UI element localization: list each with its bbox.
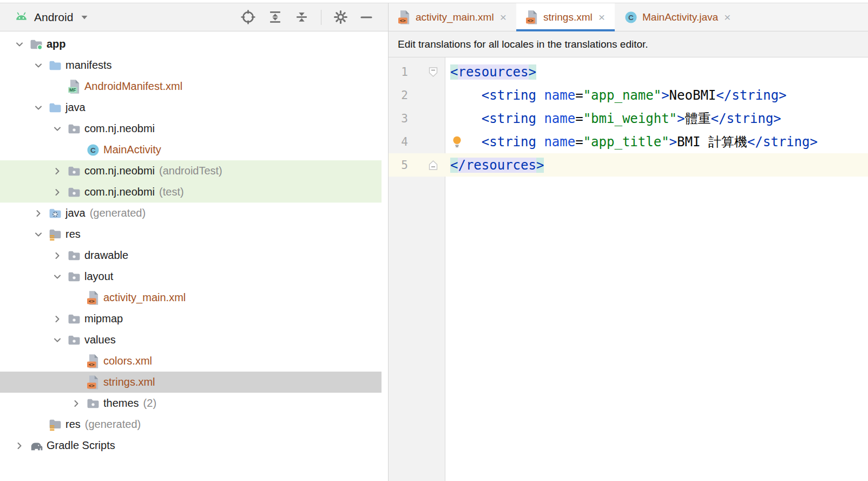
svg-text:<>: <> (88, 382, 95, 388)
tree-item-strings-xml[interactable]: <>strings.xml (0, 372, 382, 393)
tree-item-colors-xml[interactable]: <>colors.xml (0, 350, 382, 372)
code-segment: "app_name" (583, 88, 662, 103)
chevron-right-icon[interactable] (11, 441, 28, 451)
code-segment: name (544, 134, 575, 150)
project-view-selector[interactable]: Android (0, 11, 88, 24)
line-number: 1 (389, 66, 408, 79)
folder-res-icon (48, 418, 62, 431)
tree-item-drawable[interactable]: drawable (0, 245, 382, 266)
tree-item-label: activity_main.xml (103, 291, 186, 304)
code-segment: </string> (747, 134, 818, 150)
code-line-1[interactable]: 1<resources> (389, 60, 868, 83)
folder-package-icon (86, 398, 100, 410)
code-text: <string name="app_name">NeoBMI</string> (445, 83, 868, 107)
code-line-3[interactable]: 3 <string name="bmi_weight">體重</string> (389, 107, 868, 130)
project-toolbar: Android (0, 3, 388, 31)
code-segment: "app_title" (583, 134, 669, 150)
android-icon (14, 11, 29, 23)
tree-item-label: app (47, 38, 66, 50)
expand-all-button[interactable] (268, 10, 282, 24)
locate-button[interactable] (240, 9, 256, 25)
tree-item-manifests[interactable]: manifests (0, 55, 382, 76)
chevron-down-icon[interactable] (11, 40, 28, 49)
code-segment (536, 111, 544, 126)
code-segment (450, 88, 482, 103)
tab-label: strings.xml (543, 11, 593, 23)
tree-item-suffix: (test) (159, 186, 184, 198)
tab-strings-xml[interactable]: <>strings.xml× (516, 3, 615, 31)
tree-item-label: AndroidManifest.xml (84, 80, 182, 93)
file-manifest-icon: MF (68, 79, 81, 94)
tree-item-com-nj-neobmi-test[interactable]: com.nj.neobmi(test) (0, 181, 382, 203)
code-segment: < (450, 64, 458, 80)
settings-icon (333, 10, 348, 24)
tree-item-app[interactable]: app (0, 34, 382, 55)
project-tree: appmanifestsMFAndroidManifest.xmljavacom… (0, 31, 388, 481)
tree-item-label: com.nj.neobmi (84, 122, 155, 135)
chevron-right-icon[interactable] (49, 314, 66, 324)
tree-item-androidmanifest-xml[interactable]: MFAndroidManifest.xml (0, 76, 382, 97)
code-line-5[interactable]: 5</resources> (389, 153, 868, 177)
close-icon[interactable]: × (599, 11, 605, 23)
toolbar-divider (321, 10, 321, 25)
tab-mainactivity-java[interactable]: CMainActivity.java× (615, 3, 740, 31)
chevron-right-icon[interactable] (30, 209, 47, 218)
chevron-right-icon[interactable] (68, 399, 85, 408)
code-segment: <string (482, 134, 536, 150)
close-icon[interactable]: × (500, 11, 507, 23)
code-segment: = (575, 111, 583, 126)
chevron-down-icon[interactable] (49, 335, 66, 345)
code-line-2[interactable]: 2 <string name="app_name">NeoBMI</string… (389, 83, 868, 107)
folder-app-icon (29, 38, 43, 50)
settings-button[interactable] (333, 10, 348, 24)
code-segment: = (575, 134, 583, 150)
tree-item-activity-main-xml[interactable]: <>activity_main.xml (0, 287, 382, 308)
tree-item-label: res (65, 418, 81, 431)
fold-cell (408, 107, 445, 130)
tree-item-label: themes (103, 397, 139, 410)
close-icon[interactable]: × (724, 11, 731, 23)
tree-item-label: drawable (84, 249, 128, 262)
folder-package-icon (67, 186, 81, 198)
chevron-right-icon[interactable] (49, 251, 66, 261)
code-segment: /resources (458, 158, 536, 173)
code-editor[interactable]: 1<resources>2 <string name="app_name">Ne… (389, 57, 868, 481)
code-text: </resources> (445, 153, 868, 177)
chevron-down-icon[interactable] (30, 230, 47, 239)
code-line-4[interactable]: 4 <string name="app_title">BMI 計算機</stri… (389, 130, 868, 153)
lightbulb-icon[interactable] (452, 135, 462, 148)
chevron-right-icon[interactable] (49, 187, 66, 197)
tree-item-suffix: (generated) (85, 418, 141, 431)
hide-panel-button[interactable] (360, 11, 373, 24)
chevron-down-icon[interactable] (49, 124, 66, 134)
tree-item-res-generated[interactable]: res(generated) (0, 414, 382, 435)
code-segment: </string> (711, 111, 781, 126)
tree-item-java-generated[interactable]: java(generated) (0, 203, 382, 224)
fold-cell (408, 153, 445, 177)
tree-item-gradle-scripts[interactable]: Gradle Scripts (0, 435, 382, 456)
tab-activity-main-xml[interactable]: <>activity_main.xml× (389, 3, 516, 31)
locate-icon (240, 9, 256, 25)
folder-package-icon (67, 334, 81, 346)
tree-item-com-nj-neobmi[interactable]: com.nj.neobmi (0, 118, 382, 139)
tree-item-values[interactable]: values (0, 329, 382, 350)
tree-item-com-nj-neobmi-androidtest[interactable]: com.nj.neobmi(androidTest) (0, 160, 382, 181)
svg-text:C: C (90, 146, 96, 154)
tree-item-res[interactable]: res (0, 224, 382, 245)
tree-item-themes-2[interactable]: themes(2) (0, 393, 382, 414)
line-number: 4 (389, 135, 408, 148)
collapse-all-button[interactable] (294, 10, 309, 24)
chevron-down-icon[interactable] (30, 103, 47, 113)
chevron-down-icon[interactable] (30, 61, 47, 70)
folder-res-icon (48, 228, 62, 241)
chevron-right-icon[interactable] (49, 166, 66, 176)
fold-marker-icon[interactable] (429, 67, 438, 77)
tree-item-mainactivity[interactable]: CMainActivity (0, 139, 382, 160)
tree-item-mipmap[interactable]: mipmap (0, 308, 382, 329)
chevron-down-icon[interactable] (49, 272, 66, 282)
tree-item-label: mipmap (84, 313, 123, 325)
tree-item-java[interactable]: java (0, 97, 382, 118)
code-text: <string name="bmi_weight">體重</string> (445, 107, 868, 130)
tree-item-layout[interactable]: layout (0, 266, 382, 287)
fold-marker-icon[interactable] (429, 160, 438, 170)
